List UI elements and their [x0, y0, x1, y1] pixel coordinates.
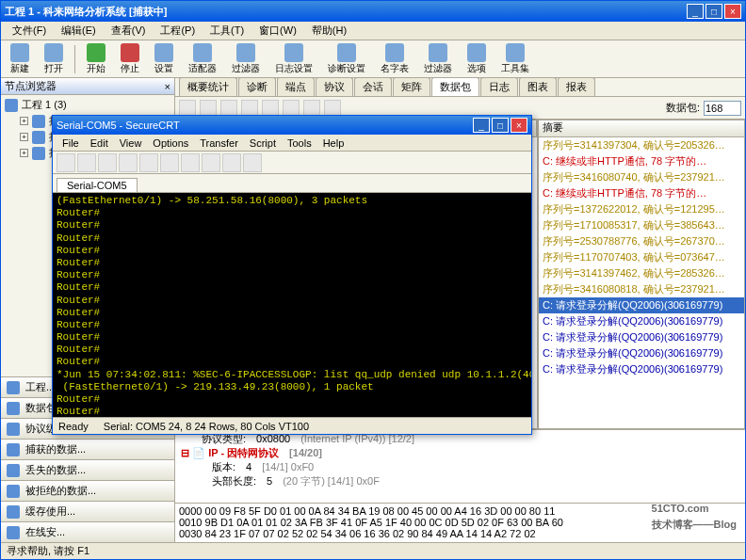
summary-line[interactable]: 序列号=3141397462, 确认号=285326… — [539, 265, 744, 281]
summary-line[interactable]: C: 请求登录分解(QQ2006)(306169779) — [539, 345, 744, 361]
stop-icon — [121, 43, 139, 62]
summary-body[interactable]: 序列号=3141397304, 确认号=205326…C: 继续或非HTTP通信… — [539, 137, 744, 428]
tab-summary-stats[interactable]: 概要统计 — [179, 78, 237, 96]
crt-titlebar[interactable]: Serial-COM5 - SecureCRT _ □ × — [53, 116, 531, 135]
tab-protocols[interactable]: 协议 — [316, 78, 353, 96]
tab-reports[interactable]: 报表 — [558, 78, 595, 96]
crt-menu-help[interactable]: Help — [317, 136, 350, 150]
tb-settings[interactable]: 设置 — [149, 41, 179, 77]
summary-line[interactable]: C: 请求登录分解(QQ2006)(306169779) — [539, 329, 744, 345]
crt-menu-script[interactable]: Script — [244, 136, 282, 150]
crt-tb-2[interactable] — [77, 153, 96, 172]
packet-count-label: 数据包: — [666, 101, 700, 115]
menu-tools[interactable]: 工具(T) — [203, 22, 251, 40]
crt-minimize-button[interactable]: _ — [473, 118, 490, 133]
menu-window[interactable]: 窗口(W) — [251, 22, 304, 40]
crt-menu-tools[interactable]: Tools — [282, 136, 317, 150]
tab-log[interactable]: 日志 — [480, 78, 518, 96]
summary-line[interactable]: 序列号=3141397304, 确认号=205326… — [539, 137, 744, 153]
ptb-btn-2[interactable] — [200, 100, 217, 117]
crt-tb-10[interactable] — [243, 153, 262, 172]
crt-tb-5[interactable] — [139, 153, 158, 172]
tab-endpoints[interactable]: 端点 — [277, 78, 315, 96]
summary-line[interactable]: 序列号=1170707403, 确认号=073647… — [539, 249, 744, 265]
summary-line[interactable]: C: 请求登录分解(QQ2006)(306169779) — [539, 297, 744, 313]
crt-menu-view[interactable]: View — [114, 136, 148, 150]
menu-help[interactable]: 帮助(H) — [304, 22, 354, 40]
maximize-button[interactable]: □ — [705, 4, 722, 19]
summary-line[interactable]: C: 请求登录分解(QQ2006)(306169779) — [539, 361, 744, 377]
tb-diag-settings[interactable]: 诊断设置 — [322, 41, 371, 77]
ptb-btn-3[interactable] — [220, 100, 237, 117]
crt-tb-1[interactable] — [57, 153, 75, 172]
summary-line[interactable]: C: 请求登录分解(QQ2006)(306169779) — [539, 313, 744, 329]
tb-filter[interactable]: 过滤器 — [226, 41, 266, 77]
sidebar-close-icon[interactable]: × — [165, 81, 170, 92]
crt-tab-serial[interactable]: Serial-COM5 — [57, 178, 138, 192]
tb-adapter[interactable]: 适配器 — [183, 41, 222, 77]
tb-filters2[interactable]: 过滤器 — [418, 41, 458, 77]
ptb-btn-1[interactable] — [179, 100, 196, 117]
crt-window-buttons: _ □ × — [473, 118, 527, 133]
expand-icon[interactable]: + — [20, 117, 28, 125]
panel-online[interactable]: 在线安... — [1, 521, 174, 542]
summary-line[interactable]: 序列号=1710085317, 确认号=385643… — [539, 217, 744, 233]
ptb-btn-4[interactable] — [241, 100, 258, 117]
tree-root[interactable]: 工程 1 (3) — [3, 97, 172, 113]
crt-maximize-button[interactable]: □ — [492, 118, 509, 133]
menu-view[interactable]: 查看(V) — [104, 22, 154, 40]
tb-start[interactable]: 开始 — [81, 41, 111, 77]
tb-nametable[interactable]: 名字表 — [375, 41, 414, 77]
crt-tb-3[interactable] — [98, 153, 117, 172]
ptb-btn-8[interactable] — [324, 100, 341, 117]
crt-menu-options[interactable]: Options — [147, 136, 194, 150]
folder-icon — [32, 147, 45, 160]
menu-file[interactable]: 文件(F) — [5, 22, 54, 40]
tb-open[interactable]: 打开 — [39, 41, 69, 77]
expand-icon[interactable]: + — [20, 149, 28, 157]
summary-line[interactable]: 序列号=2530788776, 确认号=267370… — [539, 233, 744, 249]
crt-tb-7[interactable] — [181, 153, 200, 172]
crt-menu-edit[interactable]: Edit — [85, 136, 114, 150]
crt-terminal[interactable]: (FastEthernet0/1) -> 58.251.58.16(8000),… — [53, 193, 531, 417]
crt-menu-file[interactable]: File — [57, 136, 85, 150]
summary-line[interactable]: C: 继续或非HTTP通信, 78 字节的… — [539, 153, 744, 169]
crt-tb-6[interactable] — [160, 153, 179, 172]
crt-tb-4[interactable] — [119, 153, 138, 172]
summary-line[interactable]: 序列号=3416080740, 确认号=237921… — [539, 169, 744, 185]
menu-project[interactable]: 工程(P) — [153, 22, 203, 40]
panel-rejected[interactable]: 被拒绝的数据... — [1, 480, 174, 501]
ptb-btn-5[interactable] — [262, 100, 279, 117]
tb-log-settings[interactable]: 日志设置 — [269, 41, 318, 77]
packet-count-field[interactable] — [704, 101, 741, 116]
ptb-btn-7[interactable] — [303, 100, 320, 117]
crt-close-button[interactable]: × — [511, 118, 527, 133]
proto-ip-header[interactable]: ⊟ 📄 IP - 因特网协议 [14/20] — [177, 446, 743, 460]
tab-packets[interactable]: 数据包 — [431, 78, 479, 96]
status-text: 寻求帮助, 请按 F1 — [7, 544, 89, 558]
menu-edit[interactable]: 编辑(E) — [54, 22, 104, 40]
tab-diag[interactable]: 诊断 — [238, 78, 276, 96]
panel-captured[interactable]: 捕获的数据... — [1, 439, 174, 459]
crt-tb-8[interactable] — [202, 153, 220, 172]
summary-line[interactable]: C: 继续或非HTTP通信, 78 字节的… — [539, 185, 744, 201]
tab-sessions[interactable]: 会话 — [354, 78, 392, 96]
summary-line[interactable]: 序列号=1372622012, 确认号=121295… — [539, 201, 744, 217]
toolset-icon — [506, 43, 525, 62]
ptb-btn-6[interactable] — [283, 100, 300, 117]
tb-stop[interactable]: 停止 — [115, 41, 145, 77]
summary-line[interactable]: 序列号=3416080818, 确认号=237921… — [539, 281, 744, 297]
close-button[interactable]: × — [724, 4, 741, 19]
minimize-button[interactable]: _ — [687, 4, 704, 19]
panel-buffer[interactable]: 缓存使用... — [1, 501, 174, 521]
tab-matrix[interactable]: 矩阵 — [393, 78, 430, 96]
panel-lost[interactable]: 丢失的数据... — [1, 459, 174, 480]
expand-icon[interactable]: + — [20, 133, 28, 141]
crt-menu-transfer[interactable]: Transfer — [194, 136, 244, 150]
protocol-tree[interactable]: 协议类型: 0x0800 (Internet IP (IPv4)) [12/2]… — [175, 430, 745, 503]
crt-tb-9[interactable] — [222, 153, 241, 172]
tab-charts[interactable]: 图表 — [519, 78, 557, 96]
tb-options[interactable]: 选项 — [462, 41, 492, 77]
tb-new[interactable]: 新建 — [5, 41, 35, 77]
tb-toolset[interactable]: 工具集 — [495, 41, 535, 77]
